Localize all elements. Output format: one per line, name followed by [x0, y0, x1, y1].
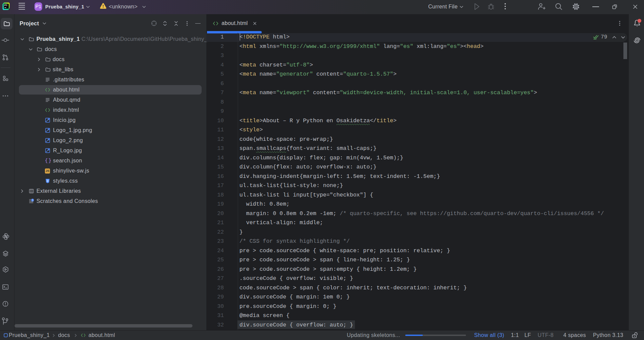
- svg-text:PC: PC: [4, 4, 7, 6]
